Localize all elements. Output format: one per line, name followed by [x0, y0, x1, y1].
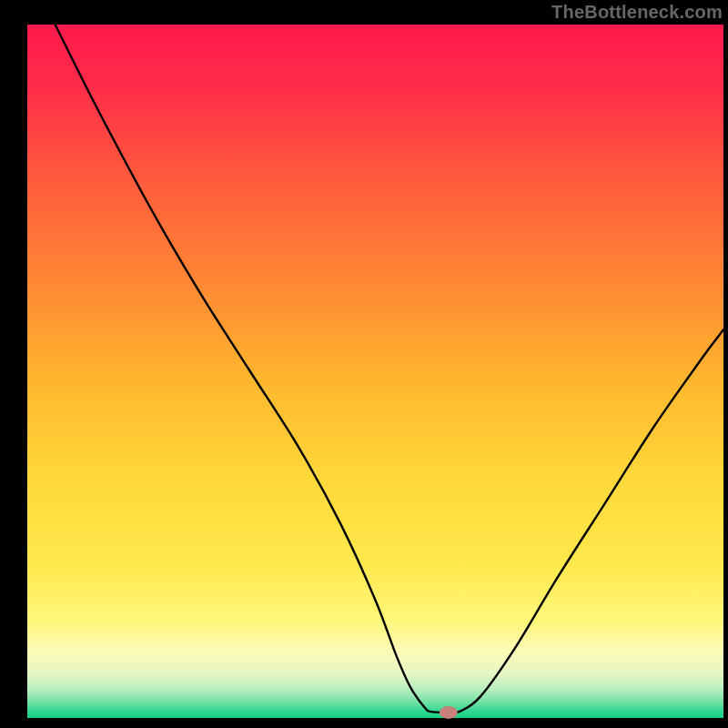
bottleneck-chart — [0, 0, 728, 728]
optimum-marker — [440, 706, 458, 719]
attribution-label: TheBottleneck.com — [551, 2, 723, 23]
chart-plot-area — [27, 25, 723, 718]
